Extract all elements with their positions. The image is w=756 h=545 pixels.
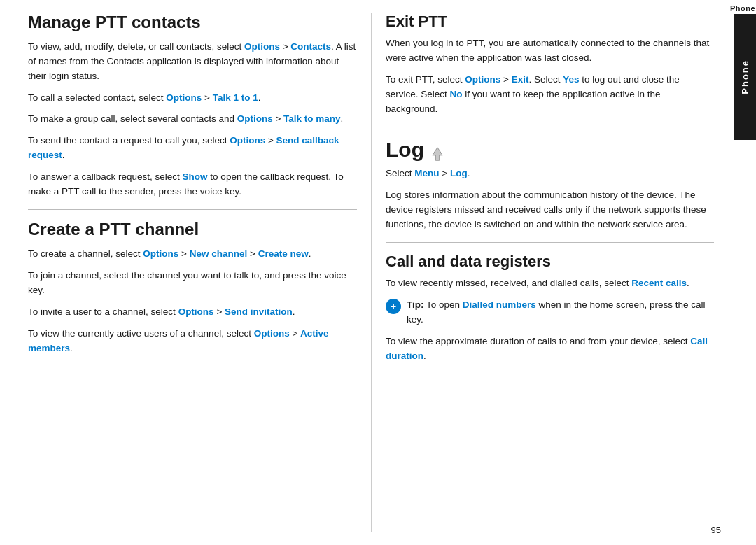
divider-3 [386,242,714,243]
link-options-5[interactable]: Options [143,248,178,259]
right-column: Exit PTT When you log in to PTT, you are… [371,13,714,532]
para-call-contact: To call a selected contact, select Optio… [28,91,357,106]
link-send-invitation[interactable]: Send invitation [225,306,293,317]
link-options-3[interactable]: Options [237,113,273,124]
section-manage-ptt: Manage PTT contacts To view, add, modify… [28,13,357,199]
page-container: Manage PTT contacts To view, add, modify… [0,0,756,545]
section-create-ptt-title: Create a PTT channel [28,220,357,240]
side-tab-phone: Phone [734,14,756,140]
side-tab: Phone Phone [729,0,756,545]
section-call-registers: Call and data registers To view recently… [386,253,714,364]
link-show[interactable]: Show [183,171,208,182]
para-select-menu-log: Select Menu > Log. [386,167,714,181]
link-options-1[interactable]: Options [244,41,280,52]
tip-icon: + [386,299,401,314]
tip-box: + Tip: To open Dialled numbers when in t… [386,298,714,327]
section-log-title: Log [386,137,714,162]
tip-label: Tip: [407,299,424,310]
page-number: 95 [711,525,721,535]
link-dialled-numbers[interactable]: Dialled numbers [463,299,536,310]
section-call-registers-title: Call and data registers [386,253,714,271]
para-auto-connect: When you log in to PTT, you are automati… [386,36,714,66]
main-content: Manage PTT contacts To view, add, modify… [0,0,729,545]
para-recent-calls: To view recently missed, received, and d… [386,276,714,291]
link-no[interactable]: No [450,89,463,99]
para-log-body: Log stores information about the communi… [386,188,714,232]
section-create-ptt: Create a PTT channel To create a channel… [28,220,357,355]
link-options-6[interactable]: Options [178,306,214,317]
link-options-7[interactable]: Options [254,328,290,339]
link-call-duration[interactable]: Call duration [386,336,708,361]
para-callback-request: To send the contact a request to call yo… [28,134,357,163]
side-tab-top-label: Phone [730,0,755,13]
svg-marker-0 [433,148,443,160]
link-talk-many[interactable]: Talk to many [284,113,341,124]
link-exit[interactable]: Exit [512,74,529,85]
left-column: Manage PTT contacts To view, add, modify… [28,13,371,532]
section-manage-ptt-title: Manage PTT contacts [28,13,357,33]
para-answer-callback: To answer a callback request, select Sho… [28,170,357,199]
link-new-channel[interactable]: New channel [190,248,248,259]
section-exit-ptt: Exit PTT When you log in to PTT, you are… [386,13,714,117]
side-tab-vertical-label: Phone [740,59,750,94]
link-options-exit[interactable]: Options [465,74,500,85]
para-join-channel: To join a channel, select the channel yo… [28,269,357,298]
para-view-contacts: To view, add, modify, delete, or call co… [28,40,357,84]
tip-text: Tip: To open Dialled numbers when in the… [407,298,714,327]
link-options-2[interactable]: Options [166,92,202,103]
para-call-duration: To view the approximate duration of call… [386,334,714,364]
para-invite-user: To invite a user to a channel, select Op… [28,305,357,320]
tip-icon-plus: + [391,302,396,311]
log-arrow-icon [430,142,445,157]
link-menu[interactable]: Menu [414,168,439,178]
para-active-users: To view the currently active users of a … [28,327,357,356]
link-options-4[interactable]: Options [230,135,265,146]
log-title-text: Log [386,137,424,162]
para-group-call: To make a group call, select several con… [28,112,357,127]
link-talk-1to1[interactable]: Talk 1 to 1 [213,92,258,103]
section-exit-ptt-title: Exit PTT [386,13,714,31]
divider-2 [386,127,714,127]
divider-1 [28,209,357,210]
link-yes[interactable]: Yes [563,74,579,85]
link-create-new[interactable]: Create new [258,248,309,259]
link-recent-calls[interactable]: Recent calls [631,278,687,288]
link-send-callback[interactable]: Send callback request [28,135,340,160]
para-exit-ptt: To exit PTT, select Options > Exit. Sele… [386,73,714,117]
link-log[interactable]: Log [450,168,468,178]
section-log: Log Select Menu > Log. Log stores inform… [386,137,714,232]
para-create-channel: To create a channel, select Options > Ne… [28,247,357,262]
link-contacts[interactable]: Contacts [290,41,331,52]
